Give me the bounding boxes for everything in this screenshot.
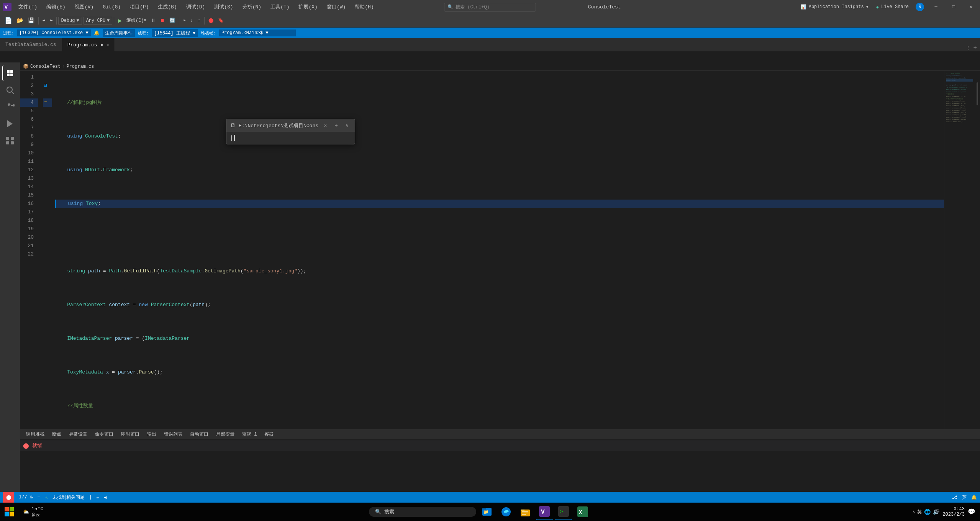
code-line-3[interactable]: using NUnit.Framework; [55, 166, 944, 174]
status-error[interactable]: ⬤ [3, 492, 14, 503]
run-btn[interactable]: ▶ [116, 16, 124, 26]
menu-project[interactable]: 项目(P) [125, 2, 153, 12]
pause-btn[interactable]: ⏸ [149, 16, 158, 25]
debug-tab-errorlist[interactable]: 错误列表 [161, 431, 185, 437]
debug-tab-callstack[interactable]: 调用堆栈 [23, 431, 48, 437]
tab-program-close[interactable]: ✕ [106, 42, 109, 48]
notification-center-icon[interactable]: 💬 [968, 508, 975, 516]
cpu-config-dropdown[interactable]: Any CPU ▼ [84, 17, 113, 25]
taskbar-vs-icon[interactable]: V [536, 503, 553, 520]
live-share-button[interactable]: ◈ Live Share [872, 3, 913, 11]
activity-source-control[interactable] [2, 99, 18, 115]
taskbar-files-icon[interactable]: 📁 [479, 503, 495, 520]
menu-analyze[interactable]: 分析(N) [238, 2, 266, 12]
step-into[interactable]: ↓ [188, 17, 195, 25]
debug-config-dropdown[interactable]: Debug ▼ [58, 17, 82, 25]
taskbar-explorer-icon[interactable] [517, 503, 534, 520]
debug-tab-autos[interactable]: 自动窗口 [187, 431, 211, 437]
code-line-10[interactable]: //属性数量 [55, 402, 944, 410]
start-button[interactable] [0, 503, 18, 521]
terminal-chevron-btn[interactable]: ∨ [343, 121, 351, 129]
tab-program[interactable]: Program.cs ● ✕ [62, 38, 115, 51]
bookmark-btn[interactable]: 🔖 [216, 16, 226, 25]
volume-icon[interactable]: 🔊 [933, 509, 939, 515]
debug-tab-locals[interactable]: 局部变量 [213, 431, 238, 437]
network-icon[interactable]: 🌐 [924, 509, 931, 515]
menu-window[interactable]: 窗口(W) [322, 2, 350, 12]
tab-add-icon[interactable]: + [973, 44, 977, 51]
menu-extensions[interactable]: 扩展(X) [294, 2, 322, 12]
debug-tab-command[interactable]: 命令窗口 [92, 431, 116, 437]
minimize-button[interactable]: — [927, 0, 945, 14]
menu-view[interactable]: 视图(V) [70, 2, 98, 12]
step-over[interactable]: ↷ [181, 16, 188, 25]
taskbar-excel-icon[interactable]: X [574, 503, 591, 520]
activity-run[interactable] [2, 116, 18, 131]
code-line-5[interactable] [55, 233, 944, 242]
debug-tab-breakpoints[interactable]: 断点 [49, 431, 64, 437]
debug-tab-exceptions[interactable]: 异常设置 [66, 431, 90, 437]
thread-dropdown[interactable]: [15644] 主线程 ▼ [152, 29, 198, 37]
code-line-7[interactable]: ParserContext context = new ParserContex… [55, 301, 944, 309]
new-file-btn[interactable]: 📄 [2, 16, 15, 26]
weather-widget[interactable]: ⛅ 15°C 多云 [18, 506, 48, 518]
code-line-8[interactable]: IMetadataParser parser = (IMetadataParse… [55, 334, 944, 343]
debug-tab-immediate[interactable]: 即时窗口 [118, 431, 143, 437]
app-insights-button[interactable]: 📊 Application Insights ▼ [797, 3, 872, 11]
debug-tab-output[interactable]: 输出 [144, 431, 159, 437]
notification-icon[interactable]: 🔔 [971, 495, 977, 500]
search-box[interactable]: 🔍 搜索 (Ctrl+Q) [444, 3, 536, 11]
encoding-label[interactable]: 英 [962, 494, 967, 501]
activity-search[interactable] [2, 82, 18, 98]
process-dropdown[interactable]: [16320] ConsoleTest.exe ▼ [17, 29, 91, 36]
step-out[interactable]: ↑ [195, 17, 203, 25]
code-line-9[interactable]: ToxyMetadata x = parser.Parse(); [55, 368, 944, 377]
activity-explorer[interactable] [2, 66, 18, 81]
code-editor[interactable]: //解析jpg图片 using ConsoleTest; using NUnit… [52, 71, 944, 429]
stop-btn[interactable]: ⏹ [158, 16, 167, 25]
tab-expand-icon[interactable]: ⋮ [965, 45, 971, 51]
code-line-6[interactable]: string path = Path.GetFullPath(TestDataS… [55, 267, 944, 275]
taskbar-terminal-icon[interactable]: >_ [555, 503, 572, 520]
menu-build[interactable]: 生成(B) [153, 2, 181, 12]
status-warnings[interactable]: 未找到相关问题 [52, 494, 85, 501]
run-label[interactable]: 继续(C) ▼ [124, 16, 149, 25]
menu-file[interactable]: 文件(F) [14, 2, 42, 12]
code-line-1[interactable]: //解析jpg图片 [55, 98, 944, 107]
status-zoom-decrease[interactable]: − [37, 495, 40, 500]
activity-extensions[interactable] [2, 133, 18, 148]
taskbar-edge-icon[interactable] [498, 503, 515, 520]
open-btn[interactable]: 📂 [15, 16, 26, 25]
code-line-4[interactable]: using Toxy; [55, 200, 944, 208]
breadcrumb-project[interactable]: ConsoleTest [30, 64, 61, 69]
lifecycle-dropdown[interactable]: 生命周期事件 [103, 29, 135, 37]
chevron-icon[interactable]: ∧ [912, 509, 915, 515]
code-line-2[interactable]: using ConsoleTest; [55, 132, 944, 141]
undo-btn[interactable]: ↩ [40, 16, 48, 25]
taskbar-clock[interactable]: 0:43 2023/2/3 [942, 506, 965, 517]
taskbar-search[interactable]: 🔍 搜索 [369, 507, 476, 517]
menu-debug[interactable]: 调试(D) [182, 2, 210, 12]
change-chevron[interactable]: ◀ [104, 495, 107, 500]
menu-edit[interactable]: 编辑(E) [42, 2, 70, 12]
close-button[interactable]: ✕ [962, 0, 980, 14]
vertical-scrollbar[interactable] [975, 71, 980, 429]
status-zoom[interactable]: 177 % [19, 495, 33, 500]
menu-help[interactable]: 帮助(H) [350, 2, 378, 12]
collapse-icon-2[interactable]: ⊟ [44, 82, 47, 88]
debug-tab-watch1[interactable]: 监视 1 [239, 431, 260, 437]
stack-dropdown[interactable]: Program.<Main>$ ▼ [219, 29, 296, 36]
scrollbar-thumb[interactable] [977, 82, 978, 105]
debug-tab-containers[interactable]: 容器 [261, 431, 277, 437]
save-btn[interactable]: 💾 [26, 16, 37, 25]
menu-tools[interactable]: 工具(T) [266, 2, 294, 12]
redo-btn[interactable]: ↪ [48, 16, 55, 25]
terminal-close-btn[interactable]: ✕ [321, 121, 329, 129]
lang-icon[interactable]: 英 [917, 509, 922, 515]
terminal-add-btn[interactable]: + [332, 122, 340, 129]
menu-git[interactable]: Git(G) [98, 3, 125, 11]
restart-btn[interactable]: 🔄 [167, 16, 177, 25]
menu-test[interactable]: 测试(S) [210, 2, 238, 12]
maximize-button[interactable]: □ [945, 0, 962, 14]
breadcrumb-file[interactable]: Program.cs [66, 64, 94, 69]
